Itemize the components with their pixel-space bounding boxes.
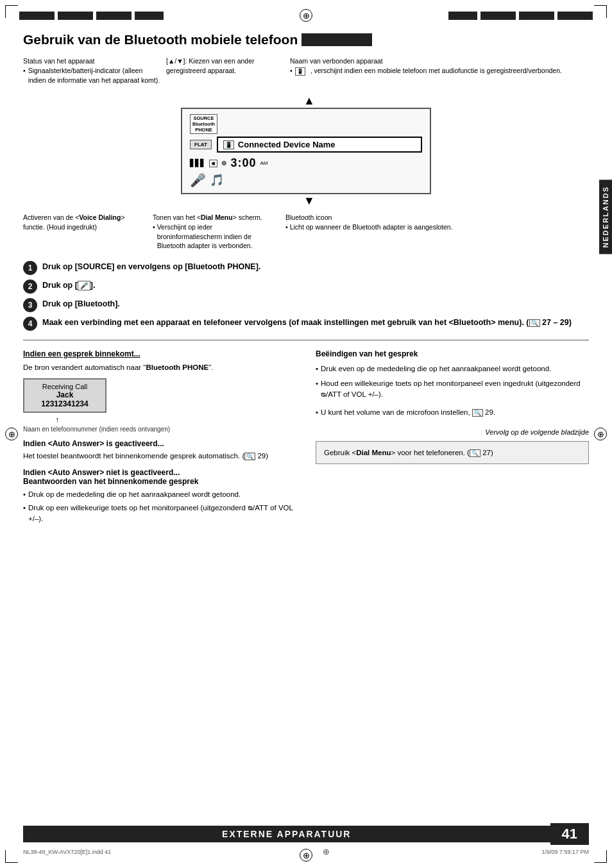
call-box-arrow: ↑	[55, 415, 296, 424]
desc-status: Status van het apparaat Signaalsterkte/b…	[23, 56, 161, 88]
auto-not-b1: •Druk op de mededeling die op het aanraa…	[23, 489, 296, 500]
top-bar-left3	[96, 12, 132, 20]
continue-text: Vervolg op de volgende bladzijde	[316, 428, 589, 436]
mic-icon-2: 🎵	[210, 173, 224, 187]
label-voice-dialing: Activeren van de <Voice Dialing> functie…	[23, 213, 145, 251]
step-2: 2 Druk op [🎤].	[23, 280, 589, 294]
time-display: 3:00	[230, 156, 256, 170]
receiving-call-box: Receiving Call Jack 12312341234	[23, 378, 106, 413]
footer-date: 1/9/09 7:59:17 PM	[541, 849, 589, 855]
incoming-call-intro: De bron verandert automatisch naar "Blue…	[23, 362, 296, 373]
bottom-page-num: 41	[550, 823, 589, 845]
top-bar-right3	[519, 12, 554, 20]
bottom-bar-text: EXTERNE APPARATUUR	[23, 826, 550, 842]
top-bar-right4	[557, 12, 593, 20]
reg-circle-left: ⊕	[5, 428, 18, 440]
device-diagram: SOURCE Bluetooth PHONE FLAT 📱 Connected …	[181, 108, 431, 194]
step-3-text: Druk op [Bluetooth].	[42, 298, 120, 308]
page-title: Gebruik van de Bluetooth mobiele telefoo…	[23, 32, 589, 47]
end-call-b1: •Druk even op de mededeling die op het a…	[316, 363, 589, 374]
title-bar	[302, 33, 372, 46]
step-1-text: Druk op [SOURCE] en vervolgens op [Bluet…	[42, 261, 260, 271]
top-bar-right2	[480, 12, 516, 20]
call-caption: Naam en telefoonnummer (indien reeds ont…	[23, 426, 296, 433]
auto-not-title: Indien <Auto Answer> niet is geactiveerd…	[23, 468, 296, 486]
top-bar-left4	[135, 12, 164, 20]
step-3-num: 3	[23, 298, 37, 312]
flat-button[interactable]: FLAT	[190, 140, 212, 149]
divider	[23, 340, 589, 340]
desc-connected-name: Naam van verbonden apparaat 📱 , verschij…	[290, 56, 589, 88]
arrow-up: ▲	[303, 94, 315, 108]
end-call-title: Beëindigen van het gesprek	[316, 349, 589, 358]
step-4-text: Maak een verbinding met een apparaat en …	[42, 317, 572, 327]
step-2-text: Druk op [🎤].	[42, 280, 96, 290]
label-dial-menu: Tonen van het <Dial Menu> scherm. •Versc…	[153, 213, 278, 251]
desc-arrows: [▲/▼]: Kiezen van een ander geregistreer…	[166, 56, 285, 88]
top-bar-left2	[58, 12, 93, 20]
battery-icon: ■	[209, 160, 217, 167]
left-column: Indien een gesprek binnekomt... De bron …	[23, 349, 296, 524]
auto-answer-text: Het toestel beantwoordt het binnenkomend…	[23, 451, 296, 462]
incoming-call-title: Indien een gesprek binnekomt...	[23, 349, 296, 358]
reg-circle-top: ⊕	[300, 9, 312, 22]
right-column: Beëindigen van het gesprek •Druk even op…	[316, 349, 589, 524]
footer-file: NL38-49_KW-AVX720[E]1.indd 41	[23, 849, 111, 855]
am-label: AM	[260, 160, 268, 166]
end-call-b3: •U kunt het volume van de microfoon inst…	[316, 407, 589, 418]
end-call-b2: •Houd een willekeurige toets op het moni…	[316, 378, 589, 401]
bt-small-icon: ❽	[221, 160, 226, 167]
bottom-section: EXTERNE APPARATUUR 41	[23, 823, 589, 845]
step-2-num: 2	[23, 280, 37, 294]
step-4-num: 4	[23, 317, 37, 331]
auto-answer-title: Indien <Auto Answer> is geactiveerd...	[23, 439, 296, 448]
connected-device-box: 📱 Connected Device Name	[217, 137, 422, 153]
step-3: 3 Druk op [Bluetooth].	[23, 298, 589, 312]
top-bar-right1	[448, 12, 477, 20]
step-1: 1 Druk op [SOURCE] en vervolgens op [Blu…	[23, 261, 589, 275]
signal-icon: ▋▋▋	[190, 159, 205, 167]
sidebar-label: NEDERLANDS	[599, 179, 612, 254]
arrow-down: ▼	[303, 194, 315, 208]
top-bar-left	[19, 12, 55, 20]
auto-not-b2: •Druk op een willekeurige toets op het m…	[23, 503, 296, 525]
footer-reg: ⊕	[323, 847, 330, 856]
mic-icon-1: 🎤	[190, 172, 206, 188]
info-box: Gebruik <Dial Menu> voor het telefoneren…	[316, 441, 589, 464]
steps-section: 1 Druk op [SOURCE] en vervolgens op [Blu…	[23, 261, 589, 331]
label-bluetooth-icon: Bluetooth icoon •Licht op wanneer de Blu…	[285, 213, 589, 251]
reg-circle-bottom: ⊕	[300, 849, 312, 862]
reg-circle-right: ⊕	[594, 428, 607, 440]
step-1-num: 1	[23, 261, 37, 275]
step-4: 4 Maak een verbinding met een apparaat e…	[23, 317, 589, 331]
